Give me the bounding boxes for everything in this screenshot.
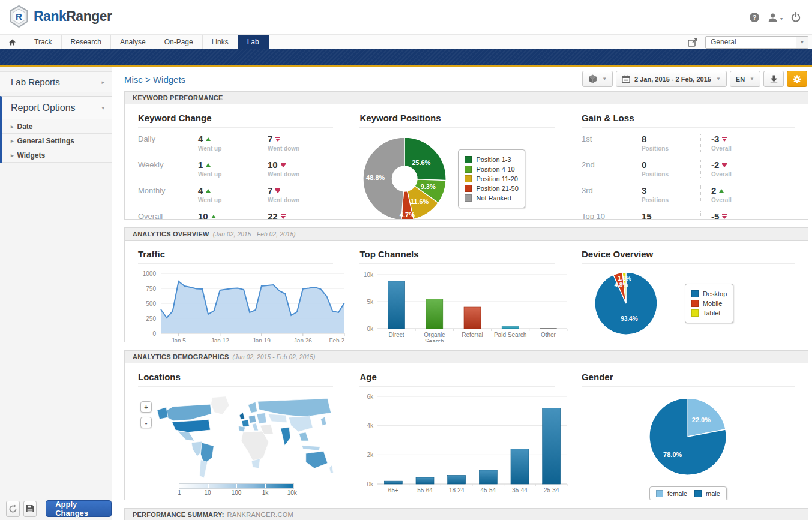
y-tick-label: 5k [367,299,374,305]
settings-button[interactable] [787,71,807,87]
performance-summary-panel: PERFORMANCE SUMMARY: RANKRANGER.COM [124,508,808,520]
y-tick-label: 250 [146,315,156,322]
stat-value: 1 [198,160,257,170]
tab-links[interactable]: Links [203,35,238,49]
map-scale-gradient [179,483,294,489]
legend-item[interactable]: Position 11-20 [465,175,518,182]
stat-cell: -3Overall [700,134,759,152]
row-label: 1st [582,134,642,152]
row-label: Daily [138,134,198,152]
share-report-icon[interactable] [688,38,698,47]
legend-swatch [465,166,472,173]
arrow-up-icon [211,215,216,218]
stat-value: 7 [268,185,316,196]
sidebar-item-report-options[interactable]: Report Options ▾ [2,97,112,119]
rankranger-hex-logo-icon: R [8,5,29,28]
legend-item[interactable]: Desktop [691,290,727,297]
tab-home[interactable] [0,35,25,49]
analytics-demographics-date: (Jan 02, 2015 - Feb 02, 2015) [232,354,315,360]
gain-loss-widget: Gain & Loss 1st8Positions-3Overall2nd0Po… [568,108,808,219]
stat-value: 22 [268,211,316,219]
legend-item[interactable]: Mobile [691,300,727,307]
cube-icon [588,74,597,83]
apply-changes-button[interactable]: Apply Changes [46,500,112,517]
tab-lab[interactable]: Lab [238,35,269,49]
x-category-label: 25-34 [544,487,559,494]
stat-sublabel: Went up [198,171,257,178]
calendar-icon [622,75,630,83]
gain-loss-row: 3rd3Positions2Overall [582,185,795,203]
language-button[interactable]: EN ▼ [730,71,760,87]
world-map[interactable] [156,393,339,480]
x-tick-label: Jan 12 [211,338,229,342]
profile-select-caret-icon[interactable]: ▼ [796,37,808,48]
tab-on-page[interactable]: On-Page [155,35,203,49]
legend-swatch [465,185,472,192]
download-report-button[interactable] [763,71,784,87]
legend-item[interactable]: male [694,490,720,497]
map-scale-legend: 1101001k10k [179,483,294,497]
x-category-label: 65+ [388,487,398,494]
x-tick-label: Jan 19 [253,338,271,342]
tab-track[interactable]: Track [25,35,62,49]
legend-item[interactable]: Tablet [691,309,727,317]
keyword-change-row: Overall10Went up22Went down [138,211,333,219]
arrow-down-icon [275,188,280,193]
y-tick-label: 0k [367,481,374,488]
x-category-label: 45-54 [481,487,496,494]
legend-label: Desktop [703,290,727,297]
map-scale-tick-label: 100 [232,489,242,496]
legend-item[interactable]: Position 4-10 [465,166,518,173]
y-tick-label: 2k [367,452,374,458]
legend-label: male [706,490,720,497]
stat-cell: 7Went down [257,134,316,152]
navy-banner [0,49,812,65]
breadcrumb[interactable]: Misc > Widgets [124,74,185,85]
legend-item[interactable]: Position 1-3 [465,156,518,163]
download-icon [770,75,778,83]
legend-item[interactable]: Not Ranked [465,194,518,202]
sidebar-item-date[interactable]: Date [2,119,112,134]
date-range-button[interactable]: 2 Jan, 2015 - 2 Feb, 2015 ▼ [616,71,727,87]
save-button[interactable] [23,501,37,517]
stat-sublabel: Went down [268,145,316,152]
tab-analyse[interactable]: Analyse [111,35,155,49]
brand-logo[interactable]: R RankRanger [8,5,112,28]
traffic-area-chart: 02505007501000Jan 5Jan 12Jan 19Jan 26Feb… [138,270,346,342]
performance-summary-domain: RANKRANGER.COM [227,511,294,518]
keyword-change-row: Weekly1Went up10Went down [138,160,333,178]
language-caret-icon: ▼ [750,76,754,82]
sidebar-item-general-settings[interactable]: General Settings [2,134,112,148]
report-menu-button[interactable]: ▼ [582,71,613,87]
arrow-up-icon [206,189,211,193]
gender-pie-chart: 22.0%78.0% [644,393,732,480]
slice-label: 1.8% [618,275,631,282]
age-bar-chart: 0k2k4k6k65+55-6418-2445-5435-4425-34 [359,393,568,500]
device-overview-pie-chart: 93.4%4.8%1.8% [592,270,660,337]
profile-select[interactable]: General ▼ [705,36,808,49]
stat-value: -5 [711,211,759,219]
row-label: Monthly [138,185,198,203]
slice-label: 25.6% [412,159,431,166]
keyword-change-widget: Keyword Change Daily4Went up7Went downWe… [125,108,346,219]
legend-item[interactable]: Position 21-50 [465,185,518,192]
logout-power-icon[interactable] [790,12,801,23]
gain-loss-row: Top 1015Positions-5Overall [582,211,795,219]
legend-item[interactable]: female [656,490,687,497]
map-zoom-out-button[interactable]: - [140,417,152,428]
stat-sublabel: Went up [198,145,257,152]
stat-cell: 1Went up [198,160,257,178]
help-icon[interactable]: ? [749,12,760,23]
refresh-icon [8,504,17,513]
refresh-button[interactable] [6,501,20,517]
arrow-up-icon [206,137,211,141]
user-account-icon[interactable] [768,13,778,23]
locations-title: Locations [138,367,333,387]
map-zoom-in-button[interactable]: + [140,401,152,413]
tab-research[interactable]: Research [62,35,111,49]
sidebar-item-lab-reports[interactable]: Lab Reports ▸ [0,71,112,92]
user-menu-caret-icon[interactable]: ▾ [780,16,783,22]
legend-label: Position 21-50 [476,185,518,192]
stat-cell: 10Went up [198,211,257,219]
sidebar-item-widgets[interactable]: Widgets [2,148,112,163]
